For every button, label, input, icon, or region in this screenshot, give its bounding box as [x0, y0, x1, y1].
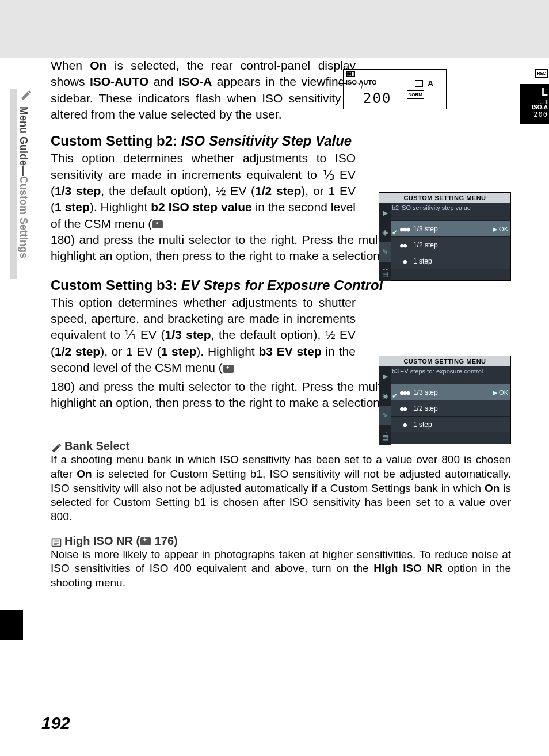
ok-indicator: ▶ OK [493, 221, 508, 237]
bank-a-indicator: A [428, 79, 433, 88]
menu-option-1-3: ✔ ●●●1/3 step ▶ OK [391, 220, 510, 236]
menu-sub-title: b2 ISO sensitivity step value [379, 203, 510, 220]
menu-sub-title: b3 EV steps for exposure control [379, 366, 510, 384]
custom-tab-icon: ✎ [379, 406, 391, 425]
viewfinder-sidebar: L ⬚▮ ISO-A 200 [520, 84, 549, 124]
menu-note-icon [51, 537, 62, 546]
paragraph-iso-auto: When On is selected, the rear control-pa… [51, 58, 356, 123]
slash-indicator: / [361, 85, 363, 91]
menu-option-1-3: ✔ ●●●1/3 step ▶ OK [391, 384, 510, 400]
page-ref-icon [223, 365, 234, 373]
pencil-icon [18, 89, 33, 102]
vf-iso-a-indicator: ISO-A [523, 104, 548, 110]
menu-screenshot-b3: CUSTOM SETTING MENU ▶ ◉ ✎ ⚒ ▤ b3 EV step… [379, 356, 511, 444]
vf-iso-value: 200 [523, 110, 548, 119]
page-ref-icon [152, 220, 163, 228]
menu-option-1: ● 1 step [391, 253, 510, 269]
ok-indicator: ▶ OK [493, 384, 508, 400]
page-edge-marker [0, 610, 23, 640]
menu-screenshot-b2: CUSTOM SETTING MENU ▶ ◉ ✎ ⚒ ▤ b2 ISO sen… [379, 192, 511, 281]
heading-b2: Custom Setting b2: ISO Sensitivity Step … [51, 133, 511, 149]
paragraph-b3-narrow: This option determines whether adjustmen… [51, 295, 356, 376]
norm-indicator: NORM [407, 90, 424, 99]
menu-title: CUSTOM SETTING MENU [379, 193, 510, 203]
note-bank-select: Bank Select If a shooting menu bank in w… [51, 440, 511, 524]
note-high-iso-nr: High ISO NR ( 176) Noise is more likely … [51, 534, 511, 590]
menu-option-1-2: ●● 1/2 step [391, 400, 510, 416]
side-tab: Menu Guide—Custom Settings [10, 89, 33, 279]
custom-tab-icon: ✎ [379, 242, 391, 262]
iso-value-readout: 200 [363, 90, 391, 106]
top-display-illustration: ⬚▮ ISO-AUTO / 200 NORM A REC L ⬚▮ ISO-A … [343, 69, 510, 127]
menu-option-1-2: ●● 1/2 step [391, 236, 510, 253]
page-ref-icon [140, 537, 151, 545]
pencil-note-icon [51, 442, 62, 452]
shooting-tab-icon: ◉ [379, 223, 391, 242]
shooting-tab-icon: ◉ [379, 386, 391, 406]
menu-title: CUSTOM SETTING MENU [379, 356, 510, 366]
recent-tab-icon: ▤ [379, 270, 391, 280]
rear-control-panel: ⬚▮ ISO-AUTO / 200 NORM A [343, 69, 447, 109]
rec-icon: REC [535, 69, 548, 78]
vf-meter-icon: ⬚▮ [523, 98, 548, 104]
front-curtain-icon: ⬚▮ [346, 71, 355, 77]
quality-icon [415, 80, 423, 87]
menu-option-1: ● 1 step [391, 416, 510, 432]
page-number: 192 [41, 713, 70, 733]
vf-size-indicator: L [523, 86, 548, 98]
recent-tab-icon: ▤ [379, 433, 391, 444]
header-gray-band [0, 0, 549, 58]
side-tab-text: Menu Guide—Custom Settings [17, 106, 29, 258]
